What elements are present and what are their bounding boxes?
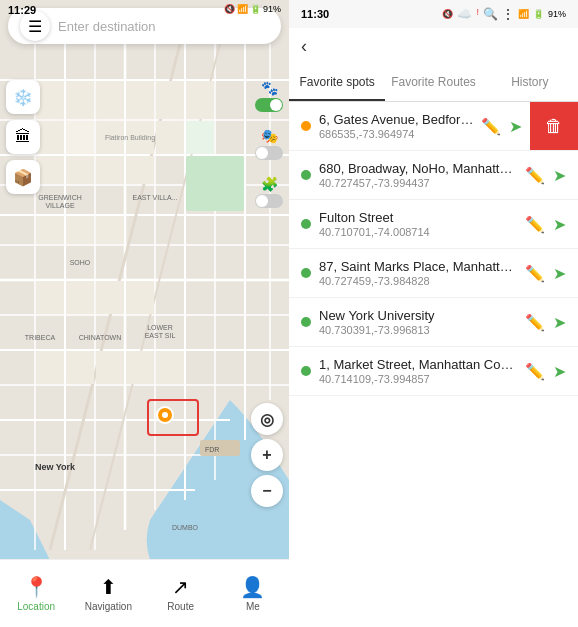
share-button-2[interactable]: ➤	[553, 215, 566, 234]
panel-header: ‹	[289, 28, 578, 65]
fav-item-5: 1, Market Street, Manhattan Commun... 40…	[289, 347, 578, 396]
svg-text:EAST VILLA...: EAST VILLA...	[132, 194, 177, 201]
toggle-icon-1: 🐾	[261, 80, 278, 96]
zoom-in-button[interactable]: +	[251, 439, 283, 471]
dot-icon-1	[301, 170, 311, 180]
svg-text:EAST SIL: EAST SIL	[145, 332, 176, 339]
svg-rect-30	[186, 81, 214, 119]
search-input[interactable]: Enter destination	[58, 19, 156, 34]
svg-text:VILLAGE: VILLAGE	[45, 202, 75, 209]
tab-history[interactable]: History	[482, 65, 578, 101]
status-bar-right: 11:30 🔇 ☁️ ! 🔍 ⋮ 📶 🔋 91%	[289, 0, 578, 28]
edit-button-2[interactable]: ✏️	[525, 215, 545, 234]
share-button-5[interactable]: ➤	[553, 362, 566, 381]
fav-item-name-5: 1, Market Street, Manhattan Commun...	[319, 357, 519, 372]
share-button-3[interactable]: ➤	[553, 264, 566, 283]
more-icon[interactable]: ⋮	[502, 7, 514, 21]
svg-rect-37	[36, 156, 64, 184]
svg-text:New York: New York	[35, 462, 76, 472]
status-time-left: 11:29	[8, 4, 36, 16]
svg-rect-42	[66, 216, 94, 244]
battery-pct-right: 91%	[548, 9, 566, 19]
share-button-0[interactable]: ➤	[509, 117, 522, 136]
nav-item-me[interactable]: 👤 Me	[217, 575, 289, 612]
location-nav-icon: 📍	[24, 575, 49, 599]
dot-icon-5	[301, 366, 311, 376]
svg-text:GREENWICH: GREENWICH	[38, 194, 82, 201]
fav-item-4: New York University 40.730391,-73.996813…	[289, 298, 578, 347]
fav-item-name-0: 6, Gates Avenue, Bedford-Stuyves...	[319, 112, 475, 127]
svg-rect-39	[96, 156, 124, 184]
svg-rect-43	[96, 216, 124, 244]
fav-item-1: 680, Broadway, NoHo, Manhattan, Ne... 40…	[289, 151, 578, 200]
nav-item-route[interactable]: ↗ Route	[145, 575, 217, 612]
fav-item-content-5: 1, Market Street, Manhattan Commun... 40…	[319, 357, 519, 385]
edit-button-4[interactable]: ✏️	[525, 313, 545, 332]
nav-item-location[interactable]: 📍 Location	[0, 575, 72, 612]
status-icons-left: 🔇 📶 🔋 91%	[224, 4, 281, 14]
right-sidebar-toggles: 🐾 🎭 🧩	[255, 80, 283, 208]
svg-rect-40	[126, 156, 154, 184]
svg-rect-27	[96, 81, 124, 119]
fav-item-actions-3: ✏️ ➤	[525, 264, 566, 283]
toggle-icon-2: 🎭	[261, 128, 278, 144]
nav-item-navigation[interactable]: ⬆ Navigation	[72, 575, 144, 612]
svg-rect-51	[126, 351, 154, 384]
tab-favorite-spots[interactable]: Favorite spots	[289, 65, 385, 101]
svg-text:SOHO: SOHO	[70, 259, 91, 266]
svg-rect-49	[66, 351, 94, 384]
snowflake-icon-btn[interactable]: ❄️	[6, 80, 40, 114]
toggle-item-3[interactable]: 🧩	[255, 176, 283, 208]
svg-rect-32	[66, 121, 94, 154]
nav-label-me: Me	[246, 601, 260, 612]
alert-badge: !	[476, 7, 479, 17]
share-button-1[interactable]: ➤	[553, 166, 566, 185]
fav-item-name-2: Fulton Street	[319, 210, 519, 225]
fav-item-content-2: Fulton Street 40.710701,-74.008714	[319, 210, 519, 238]
edit-button-3[interactable]: ✏️	[525, 264, 545, 283]
svg-rect-52	[156, 351, 184, 384]
navigation-nav-icon: ⬆	[100, 575, 117, 599]
fav-item-name-3: 87, Saint Marks Place, Manhattan Co...	[319, 259, 519, 274]
toggle-switch-2[interactable]	[255, 146, 283, 160]
dot-icon-0	[301, 121, 311, 131]
edit-button-1[interactable]: ✏️	[525, 166, 545, 185]
left-sidebar: ❄️ 🏛 📦	[6, 80, 40, 194]
nav-label-navigation: Navigation	[85, 601, 132, 612]
dot-icon-2	[301, 219, 311, 229]
fav-item-actions-1: ✏️ ➤	[525, 166, 566, 185]
svg-rect-50	[96, 351, 124, 384]
tab-favorite-routes[interactable]: Favorite Routes	[385, 65, 481, 101]
tabs-row: Favorite spots Favorite Routes History	[289, 65, 578, 102]
fav-item-content-1: 680, Broadway, NoHo, Manhattan, Ne... 40…	[319, 161, 519, 189]
zoom-out-button[interactable]: −	[251, 475, 283, 507]
favorites-list: 6, Gates Avenue, Bedford-Stuyves... 6865…	[289, 102, 578, 627]
share-button-4[interactable]: ➤	[553, 313, 566, 332]
map-controls: ◎ + −	[251, 403, 283, 507]
svg-point-68	[162, 412, 168, 418]
edit-button-5[interactable]: ✏️	[525, 362, 545, 381]
locate-button[interactable]: ◎	[251, 403, 283, 435]
package-icon-btn[interactable]: 📦	[6, 160, 40, 194]
fav-item-coords-1: 40.727457,-73.994437	[319, 177, 519, 189]
svg-text:FDR: FDR	[205, 446, 219, 453]
search-icon[interactable]: 🔍	[483, 7, 498, 21]
svg-rect-29	[156, 81, 184, 119]
svg-rect-38	[66, 156, 94, 184]
edit-button-0[interactable]: ✏️	[481, 117, 501, 136]
svg-text:DUMBO: DUMBO	[172, 524, 199, 531]
toggle-item-2[interactable]: 🎭	[255, 128, 283, 160]
museum-icon-btn[interactable]: 🏛	[6, 120, 40, 154]
toggle-item-1[interactable]: 🐾	[255, 80, 283, 112]
toggle-switch-3[interactable]	[255, 194, 283, 208]
back-button[interactable]: ‹	[301, 36, 307, 57]
cloud-orange-icon: ☁️	[457, 7, 472, 21]
toggle-switch-1[interactable]	[255, 98, 283, 112]
delete-button-0[interactable]: 🗑	[530, 102, 578, 150]
svg-rect-35	[156, 121, 184, 154]
wifi-icon-right: 📶	[518, 9, 529, 19]
battery-pct-left: 91%	[263, 4, 281, 14]
nav-label-location: Location	[17, 601, 55, 612]
dot-icon-4	[301, 317, 311, 327]
svg-rect-26	[66, 81, 94, 119]
